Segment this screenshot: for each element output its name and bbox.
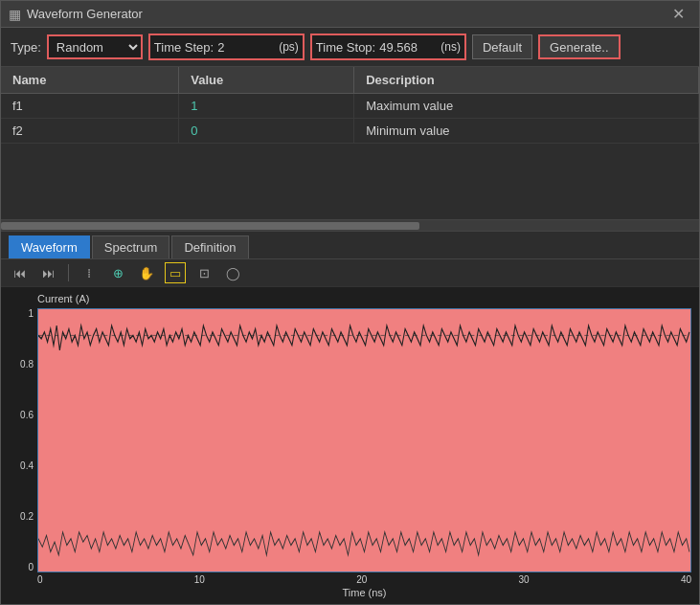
zoom-point-button[interactable]: ⁞ (79, 262, 100, 283)
col-description: Description (354, 67, 699, 94)
main-window: ▦ Waveform Generator ✕ Type: Random Sine… (0, 0, 700, 605)
select-box-button[interactable]: ▭ (165, 262, 186, 283)
y-tick-06: 0.6 (9, 410, 34, 420)
separator-1 (68, 264, 69, 281)
cell-value: 1 (179, 94, 354, 119)
y-axis-label: Current (A) (37, 293, 691, 304)
type-select[interactable]: Random Sine Pulse Ramp DC (47, 34, 143, 59)
tabs-row: Waveform Spectrum Definition (1, 232, 699, 259)
generate-button[interactable]: Generate.. (538, 34, 620, 59)
zoom-box-button[interactable]: ⊡ (193, 262, 215, 283)
cell-description: Maximum value (354, 94, 699, 119)
x-axis-row: 0 10 20 30 40 (37, 572, 691, 585)
tab-waveform[interactable]: Waveform (9, 235, 90, 258)
app-icon: ▦ (9, 7, 21, 22)
timestep-input[interactable] (217, 36, 275, 57)
y-tick-08: 0.8 (9, 359, 34, 370)
pan-right-button[interactable]: ⏭ (37, 262, 58, 283)
chart-svg (38, 309, 690, 571)
y-tick-02: 0.2 (9, 511, 34, 522)
cell-name: f1 (1, 94, 179, 119)
circle-tool-button[interactable]: ◯ (222, 262, 243, 283)
timestep-label: Time Step: (154, 40, 214, 55)
cell-name: f2 (1, 119, 179, 144)
x-tick-30: 30 (519, 574, 530, 585)
cell-value: 0 (179, 119, 354, 144)
horizontal-scrollbar[interactable] (1, 220, 699, 232)
timestep-group: Time Step: (ps) (148, 34, 305, 60)
col-value: Value (179, 67, 354, 94)
chart-area: Current (A) 1 0.8 0.6 0.4 0.2 0 (1, 287, 699, 604)
timestop-group: Time Stop: (ns) (310, 34, 466, 60)
zoom-in-button[interactable]: ⊕ (107, 262, 128, 283)
pan-left-button[interactable]: ⏮ (9, 262, 30, 283)
window-title: Waveform Generator (27, 7, 665, 21)
timestop-unit: (ns) (440, 40, 461, 54)
table-row[interactable]: f2 0 Minimum value (1, 119, 699, 144)
timestop-label: Time Stop: (316, 40, 375, 55)
title-bar: ▦ Waveform Generator ✕ (1, 1, 699, 28)
chart-toolbar: ⏮ ⏭ ⁞ ⊕ ✋ ▭ ⊡ ◯ (1, 259, 699, 287)
y-tick-0: 0 (9, 562, 34, 572)
y-axis: 1 0.8 0.6 0.4 0.2 0 (9, 308, 37, 572)
x-axis-label: Time (ns) (37, 587, 691, 598)
table-row[interactable]: f1 1 Maximum value (1, 94, 699, 119)
y-tick-1: 1 (9, 308, 34, 319)
type-label: Type: (11, 40, 41, 55)
x-tick-20: 20 (356, 574, 367, 585)
y-tick-04: 0.4 (9, 460, 34, 471)
chart-wrapper: 1 0.8 0.6 0.4 0.2 0 (9, 308, 691, 572)
hand-tool-button[interactable]: ✋ (136, 262, 157, 283)
toolbar: Type: Random Sine Pulse Ramp DC Time Ste… (1, 28, 699, 67)
timestep-unit: (ps) (279, 40, 299, 54)
scrollbar-thumb[interactable] (1, 222, 419, 230)
x-tick-10: 10 (194, 574, 205, 585)
close-button[interactable]: ✕ (665, 1, 691, 28)
params-table-container: Name Value Description f1 1 Maximum valu… (1, 67, 699, 220)
x-tick-40: 40 (681, 574, 691, 585)
params-table: Name Value Description f1 1 Maximum valu… (1, 67, 699, 144)
chart-plot[interactable] (37, 308, 691, 572)
x-axis-labels: 0 10 20 30 40 (37, 572, 691, 585)
tab-definition[interactable]: Definition (171, 235, 248, 258)
col-name: Name (1, 67, 179, 94)
tab-spectrum[interactable]: Spectrum (92, 235, 170, 258)
default-button[interactable]: Default (472, 34, 532, 59)
cell-description: Minimum value (354, 119, 699, 144)
timestop-input[interactable] (379, 36, 437, 57)
x-tick-0: 0 (37, 574, 43, 585)
